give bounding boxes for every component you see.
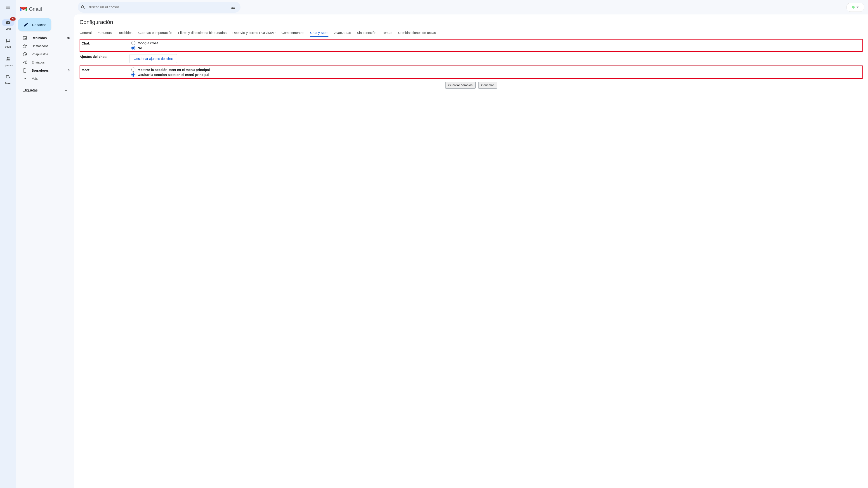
labels-title: Etiquetas (23, 88, 38, 92)
svg-point-0 (7, 57, 8, 59)
tab-chat-y-meet[interactable]: Chat y Meet (310, 29, 329, 37)
sidebar-item-label: Destacados (32, 44, 70, 48)
meet-radio[interactable] (131, 68, 135, 72)
plus-icon (64, 88, 68, 93)
sidebar-item-label: Enviados (32, 61, 70, 64)
meet-option-label: Ocultar la sección Meet en el menú princ… (138, 73, 209, 76)
rail-item-label: Chat (5, 46, 11, 49)
hamburger-icon (6, 5, 11, 10)
meet-radio[interactable] (131, 72, 135, 76)
tab-cuentas-e-importaci-n[interactable]: Cuentas e importación (138, 29, 172, 37)
manage-chat-settings-button[interactable]: Gestionar ajustes del chat (129, 54, 177, 63)
rail-item-chat[interactable]: Chat (0, 34, 16, 53)
meet-icon (6, 74, 11, 79)
svg-point-5 (232, 7, 233, 8)
account-switcher[interactable] (846, 3, 864, 12)
save-button[interactable]: Guardar cambios (445, 82, 475, 89)
chevron-down-icon (23, 76, 27, 81)
rail-item-label: Mail (5, 28, 11, 31)
rail-item-meet[interactable]: Meet (0, 70, 16, 89)
tab-sin-conexi-n[interactable]: Sin conexión (357, 29, 376, 37)
tab-recibidos[interactable]: Recibidos (118, 29, 132, 37)
sidebar-item-borradores[interactable]: Borradores3 (18, 66, 72, 74)
tab-combinaciones-de-teclas[interactable]: Combinaciones de teclas (398, 29, 436, 37)
chat-section: Chat: Google ChatNo (80, 39, 863, 52)
chat-option[interactable]: Google Chat (131, 41, 158, 45)
rail-item-spaces[interactable]: Spaces (0, 53, 16, 70)
mail-icon (6, 20, 11, 25)
tab-reenv-o-y-correo-pop-imap[interactable]: Reenvío y correo POP/IMAP (232, 29, 276, 37)
brand: Gmail (18, 2, 72, 16)
sidebar-item-destacados[interactable]: Destacados (18, 42, 72, 50)
sidebar-item-enviados[interactable]: Enviados (18, 58, 72, 66)
sidebar-item-label: Recibidos (32, 36, 62, 40)
rail-item-mail[interactable]: 78Mail (0, 16, 16, 34)
tab-general[interactable]: General (80, 29, 92, 37)
meet-option[interactable]: Mostrar la sección Meet en el menú princ… (131, 68, 210, 72)
main-menu-button[interactable] (3, 2, 13, 13)
page-title: Configuración (80, 19, 863, 25)
inbox-icon (23, 36, 27, 40)
clock-icon (23, 52, 27, 57)
pencil-icon (24, 22, 29, 27)
send-icon (23, 60, 27, 65)
svg-point-4 (234, 6, 235, 6)
tab-avanzadas[interactable]: Avanzadas (334, 29, 351, 37)
meet-option-label: Mostrar la sección Meet en el menú princ… (138, 68, 210, 72)
star-icon (23, 44, 27, 48)
sidebar-item-count: 78 (67, 36, 70, 39)
sidebar-item-pospuestos[interactable]: Pospuestos (18, 50, 72, 58)
settings-panel: Configuración GeneralEtiquetasRecibidosC… (74, 14, 868, 488)
brand-name: Gmail (29, 6, 42, 12)
chat-option[interactable]: No (131, 46, 158, 50)
labels-section-header: Etiquetas (18, 83, 72, 95)
add-label-button[interactable] (63, 87, 69, 94)
compose-button[interactable]: Redactar (18, 18, 51, 31)
search-bar[interactable] (78, 2, 241, 13)
sidebar-item-label: Más (32, 77, 70, 80)
chat-settings-section: Ajustes del chat: Gestionar ajustes del … (80, 52, 863, 66)
tune-icon (231, 5, 236, 10)
rail-badge: 78 (10, 17, 16, 21)
settings-tabs: GeneralEtiquetasRecibidosCuentas e impor… (80, 28, 863, 39)
rail-item-label: Spaces (4, 64, 13, 67)
chat-option-label: Google Chat (138, 41, 158, 45)
sidebar-item-más[interactable]: Más (18, 74, 72, 83)
sidebar-item-label: Borradores (32, 69, 64, 72)
tab-complementos[interactable]: Complementos (281, 29, 304, 37)
chat-settings-label: Ajustes del chat: (80, 54, 125, 59)
status-dot-icon (852, 6, 855, 8)
meet-label: Meet: (82, 68, 127, 72)
chat-icon (6, 38, 11, 43)
chat-radio[interactable] (131, 41, 135, 45)
svg-point-1 (8, 57, 9, 59)
chat-radio[interactable] (131, 46, 135, 50)
chat-label: Chat: (82, 41, 127, 45)
chat-option-label: No (138, 46, 142, 50)
sidebar-item-count: 3 (68, 69, 70, 72)
tab-filtros-y-direcciones-bloqueadas[interactable]: Filtros y direcciones bloqueadas (178, 29, 226, 37)
tab-temas[interactable]: Temas (382, 29, 392, 37)
sidebar-item-label: Pospuestos (32, 53, 70, 56)
search-input[interactable] (88, 5, 226, 9)
svg-point-6 (234, 8, 235, 9)
gmail-logo-icon (20, 6, 27, 12)
svg-rect-2 (6, 76, 9, 78)
topbar (74, 0, 868, 14)
tab-etiquetas[interactable]: Etiquetas (97, 29, 112, 37)
compose-label: Redactar (32, 23, 46, 27)
search-options-button[interactable] (229, 3, 238, 12)
form-actions: Guardar cambios Cancelar (80, 78, 863, 92)
spaces-icon (6, 56, 11, 61)
sidebar-item-recibidos[interactable]: Recibidos78 (18, 34, 72, 42)
file-icon (23, 68, 27, 73)
sidebar: Gmail Redactar Recibidos78DestacadosPosp… (16, 0, 74, 488)
dropdown-caret-icon (857, 6, 859, 8)
search-icon (81, 5, 86, 10)
meet-option[interactable]: Ocultar la sección Meet en el menú princ… (131, 72, 210, 76)
app-rail: 78MailChatSpacesMeet (0, 0, 16, 488)
meet-section: Meet: Mostrar la sección Meet en el menú… (80, 66, 863, 78)
cancel-button[interactable]: Cancelar (478, 82, 497, 89)
rail-item-label: Meet (5, 82, 11, 85)
